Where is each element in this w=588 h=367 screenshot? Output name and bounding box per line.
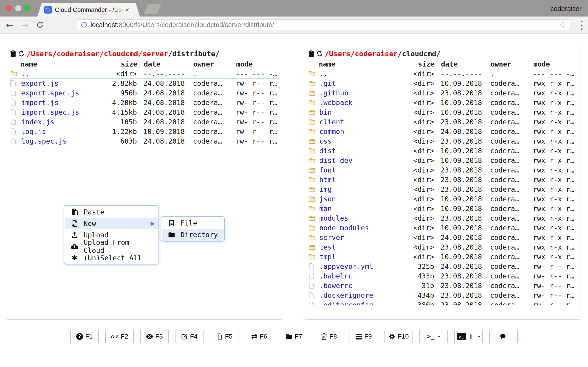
file-row[interactable]: log.js 1.22kb 10.09.2018 codera… rw- r--…: [10, 127, 280, 136]
path-parent-link[interactable]: /cloudcmd: [99, 50, 138, 58]
header-mode[interactable]: mode: [236, 60, 280, 68]
copy-button[interactable]: F5: [210, 330, 238, 343]
file-row[interactable]: import.spec.js 4.15kb 24.08.2018 codera……: [10, 107, 280, 117]
rename-button[interactable]: A-Z F2: [105, 330, 134, 343]
window-minimize-button[interactable]: [15, 5, 21, 11]
path-parent-link[interactable]: /Users: [325, 50, 351, 58]
file-name-link[interactable]: .bowerrc: [319, 282, 401, 290]
file-row[interactable]: import.js 4.20kb 24.08.2018 codera… rw- …: [10, 98, 280, 107]
file-name-link[interactable]: json: [319, 195, 401, 203]
file-name-link[interactable]: ..: [319, 70, 401, 78]
file-name-link[interactable]: img: [319, 185, 401, 193]
file-name-link[interactable]: import.js: [21, 99, 104, 107]
file-name-link[interactable]: .editorconfig: [319, 301, 401, 305]
file-name-link[interactable]: .appveyor.yml: [319, 262, 401, 270]
menu-item-upload-from-cloud[interactable]: Upload From Cloud: [65, 241, 158, 252]
file-row[interactable]: log.spec.js 683b 24.08.2018 codera… rw- …: [10, 136, 280, 146]
file-name-link[interactable]: import.spec.js: [21, 108, 104, 116]
file-name-link[interactable]: client: [319, 118, 401, 126]
file-name-link[interactable]: tmpl: [319, 253, 401, 261]
back-icon[interactable]: ←: [3, 17, 16, 33]
new-folder-button[interactable]: F7: [280, 330, 308, 343]
terminal-button[interactable]: >_ ⇧ ~: [454, 330, 483, 343]
file-row[interactable]: man <dir> 10.09.2018 codera… rwx r-x r…: [308, 204, 578, 213]
file-row[interactable]: export.spec.js 956b 24.08.2018 codera… r…: [10, 88, 280, 98]
menu-item-paste[interactable]: Paste: [65, 206, 158, 218]
file-row[interactable]: html <dir> 23.08.2018 codera… rwx r-x r…: [308, 175, 578, 184]
delete-button[interactable]: F8: [315, 330, 343, 343]
header-date[interactable]: date: [144, 60, 187, 68]
header-name[interactable]: name: [21, 60, 105, 68]
header-owner[interactable]: owner: [193, 60, 227, 68]
file-row[interactable]: test <dir> 23.08.2018 codera… rwx r-x r…: [308, 242, 578, 252]
submenu-item-directory[interactable]: Directory: [162, 229, 224, 241]
file-name-link[interactable]: index.js: [21, 118, 104, 126]
refresh-icon[interactable]: [18, 50, 25, 57]
path-parent-link[interactable]: /server: [138, 50, 168, 58]
path-parent-link[interactable]: /coderaiser: [351, 50, 398, 58]
file-row[interactable]: .bowerrc 31b 23.08.2018 codera… rw- r-- …: [308, 281, 578, 290]
path-parent-link[interactable]: /coderaiser: [52, 50, 99, 58]
file-row[interactable]: font <dir> 23.08.2018 codera… rwx r-x r…: [308, 165, 578, 175]
header-mode[interactable]: mode: [533, 60, 578, 68]
move-button[interactable]: ⇄ F6: [245, 330, 273, 343]
file-row[interactable]: json <dir> 10.09.2018 codera… rwx r-x r…: [308, 194, 578, 204]
menu-item-unselect-all[interactable]: ✱ (Un)Select All: [65, 252, 158, 264]
config-button[interactable]: F10: [384, 330, 413, 343]
column-headers[interactable]: name size date owner mode: [10, 59, 280, 69]
file-name-link[interactable]: .dockerignore: [319, 291, 401, 299]
help-button[interactable]: ? F1: [70, 330, 99, 343]
bookmark-star-icon[interactable]: ☆: [559, 21, 566, 29]
refresh-icon[interactable]: [316, 50, 323, 57]
file-name-link[interactable]: common: [319, 127, 401, 135]
file-name-link[interactable]: bin: [319, 108, 401, 116]
menu-button[interactable]: F9: [350, 330, 378, 343]
window-close-button[interactable]: [6, 5, 12, 11]
file-row[interactable]: tmpl <dir> 10.09.2018 codera… rwx r-x r…: [308, 252, 578, 261]
chat-button[interactable]: [489, 330, 518, 343]
file-name-link[interactable]: .babelrc: [319, 272, 401, 280]
view-button[interactable]: F3: [140, 330, 169, 343]
file-name-link[interactable]: server: [319, 234, 401, 242]
file-name-link[interactable]: man: [319, 205, 401, 213]
reload-icon[interactable]: [34, 17, 46, 33]
copy-to-clipboard-icon[interactable]: [10, 50, 16, 57]
browser-profile-name[interactable]: coderaiser: [551, 5, 582, 13]
file-row[interactable]: common <dir> 24.08.2018 codera… rwx r-x …: [308, 127, 578, 136]
file-name-link[interactable]: export.js: [21, 79, 104, 87]
file-name-link[interactable]: log.js: [21, 127, 104, 135]
file-name-link[interactable]: test: [319, 243, 401, 251]
file-row[interactable]: export.js 2.82kb 24.08.2018 codera… rw- …: [10, 78, 280, 88]
file-name-link[interactable]: .github: [319, 89, 401, 97]
file-name-link[interactable]: css: [319, 137, 401, 145]
file-row[interactable]: .. <dir> --.--.---- . --- --- -…: [10, 69, 280, 78]
header-size[interactable]: size: [402, 60, 435, 68]
file-row[interactable]: .babelrc 433b 23.08.2018 codera… rw- r--…: [308, 271, 578, 281]
file-row[interactable]: .editorconfig 380b 23.08.2018 codera… rw…: [308, 300, 578, 305]
file-row[interactable]: .appveyor.yml 325b 24.08.2018 codera… rw…: [308, 261, 578, 271]
header-name[interactable]: name: [319, 60, 402, 68]
file-row[interactable]: .webpack <dir> 10.09.2018 codera… rwx r-…: [308, 98, 578, 107]
address-bar[interactable]: localhost:8000/fs/Users/coderaiser/cloud…: [77, 19, 570, 30]
console-button[interactable]: >_ ~: [419, 330, 448, 343]
window-zoom-button[interactable]: [24, 5, 30, 11]
file-row[interactable]: modules <dir> 23.08.2018 codera… rwx r-x…: [308, 213, 578, 223]
file-row[interactable]: .dockerignore 434b 23.08.2018 codera… rw…: [308, 290, 578, 300]
page-info-icon[interactable]: [81, 22, 87, 28]
file-row[interactable]: css <dir> 23.08.2018 codera… rwx r-x r…: [308, 136, 578, 146]
tab-close-icon[interactable]: ×: [125, 6, 129, 13]
file-row[interactable]: dist-dev <dir> 10.09.2018 codera… rwx r-…: [308, 156, 578, 165]
file-row[interactable]: dist <dir> 10.09.2018 codera… rwx r-x r…: [308, 146, 578, 156]
file-row[interactable]: node_modules <dir> 10.09.2018 codera… rw…: [308, 223, 578, 233]
copy-to-clipboard-icon[interactable]: [308, 50, 314, 57]
file-name-link[interactable]: modules: [319, 214, 401, 222]
browser-tab[interactable]: Cloud Commander - /Users/co ×: [37, 3, 140, 17]
file-name-link[interactable]: log.spec.js: [21, 137, 104, 145]
edit-button[interactable]: F4: [175, 330, 204, 343]
file-name-link[interactable]: dist-dev: [319, 156, 401, 165]
file-row[interactable]: img <dir> 23.08.2018 codera… rwx r-x r…: [308, 184, 578, 194]
file-row[interactable]: .git <dir> 10.09.2018 codera… rwx r-x r…: [308, 78, 578, 88]
file-name-link[interactable]: .git: [319, 79, 401, 87]
browser-menu-icon[interactable]: [581, 21, 583, 30]
file-name-link[interactable]: export.spec.js: [21, 89, 104, 97]
